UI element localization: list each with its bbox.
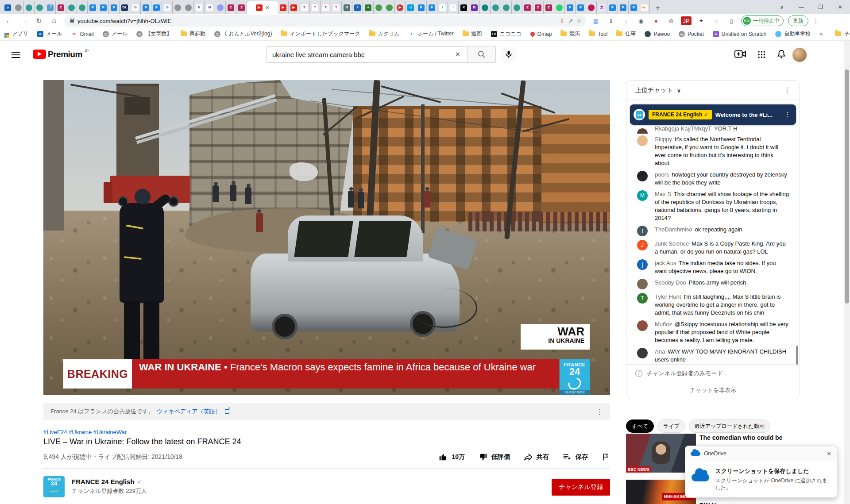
browser-tab[interactable]: 文 [597, 1, 607, 14]
video-hashtags[interactable]: #LiveF24 #Ukraine #UkraineWar [43, 429, 127, 435]
browser-tab[interactable] [215, 1, 226, 14]
browser-tab[interactable] [480, 1, 491, 14]
chat-message[interactable]: Scooby DooPitons army will perish [626, 277, 800, 291]
extension-icon[interactable]: ↓ [621, 16, 631, 25]
omnibox-action-icon[interactable]: ↗ [568, 18, 573, 24]
chat-author[interactable]: Max S [655, 191, 671, 197]
chat-message[interactable]: j jack AusThe indian media take no sides… [626, 258, 800, 277]
notifications-bell-icon[interactable] [777, 49, 786, 59]
browser-tab[interactable]: P [565, 1, 576, 14]
onedrive-notification[interactable]: OneDrive ✕ スクリーンショットを保存しました スクリーンショットが O… [685, 446, 837, 498]
browser-tab[interactable] [501, 1, 512, 14]
recommended-channel[interactable]: DW News ✓ [699, 501, 797, 504]
browser-tab[interactable]: ▶ [289, 1, 299, 14]
bookmark-item[interactable]: 競馬 [560, 30, 580, 38]
browser-tab[interactable]: t [448, 1, 459, 14]
browser-tab[interactable]: P [576, 1, 586, 14]
chat-author[interactable]: TheDarshmiso [655, 226, 692, 233]
back-button[interactable]: ← [4, 17, 14, 25]
other-bookmarks[interactable]: その他のブックマーク [835, 30, 850, 38]
chat-author[interactable]: Skippy [655, 136, 672, 142]
search-input[interactable] [272, 51, 453, 58]
extension-icon[interactable]: ◉ [636, 16, 646, 25]
info-bar-menu-icon[interactable]: ⋮ [596, 408, 603, 416]
bookmark-item[interactable]: 自動車学校 [775, 30, 811, 38]
browser-tab[interactable] [586, 1, 597, 14]
maximize-button[interactable]: ❐ [811, 4, 831, 10]
bookmark-item[interactable]: 再起動 [181, 30, 205, 38]
browser-tab[interactable] [35, 1, 45, 14]
bookmark-item[interactable]: インポートしたブックマーク [281, 30, 360, 38]
browser-tab[interactable]: P [416, 1, 427, 14]
report-button[interactable] [601, 452, 610, 462]
chat-message[interactable]: SkippyIt's called the Northwest Territor… [626, 134, 800, 169]
chat-author[interactable]: jack Aus [655, 260, 676, 266]
extension-icon[interactable]: ≡ [711, 16, 722, 25]
browser-tab[interactable]: T [321, 1, 331, 14]
bookmark-item[interactable]: Gmap [530, 31, 552, 37]
browser-tab[interactable] [13, 1, 24, 14]
chat-scrollbar-thumb[interactable] [796, 346, 798, 365]
browser-tab[interactable]: t [437, 1, 448, 14]
bookmark-item[interactable]: TV ニコニコ [491, 30, 522, 38]
chat-message[interactable]: Muñoz@Skippy Incestuous relationship wil… [626, 319, 800, 346]
browser-tab[interactable]: Z [56, 1, 66, 14]
extension-icon[interactable]: ⊘ [666, 16, 676, 25]
video-player[interactable]: WAR IN UKRAINE BREAKING WAR IN UKRAINE •… [43, 80, 610, 395]
browser-tab[interactable]: 「 [45, 1, 56, 14]
pinned-menu-icon[interactable]: ⋮ [782, 111, 792, 119]
bookmark-item[interactable]: S Untitled on Scratch [713, 31, 766, 37]
browser-tab[interactable] [554, 1, 565, 14]
browser-tab[interactable]: o [3, 1, 13, 14]
chat-message-list[interactable]: 24 FRANCE 24 English ✓ Welcome to the #L… [626, 100, 800, 364]
tab-search-icon[interactable]: ∨ [772, 4, 792, 10]
bookmark-item[interactable]: t ホーム / Twitter [409, 30, 454, 38]
bookmark-item[interactable]: ◎ Pocket [679, 31, 704, 37]
page-scrollbar[interactable] [844, 41, 850, 504]
search-button[interactable] [468, 46, 496, 63]
channel-avatar[interactable]: FRANCE 24 english [43, 476, 65, 497]
youtube-apps-grid-icon[interactable] [757, 50, 765, 58]
bookmark-item[interactable]: Pawoo [645, 31, 670, 37]
browser-tab[interactable]: d [406, 1, 416, 14]
tab-close-icon[interactable]: ✕ [265, 5, 269, 11]
update-chrome-button[interactable]: 更新 [788, 15, 808, 26]
account-avatar[interactable] [792, 48, 807, 62]
toast-close-icon[interactable]: ✕ [827, 450, 831, 457]
browser-tab[interactable]: P [427, 1, 437, 14]
chat-author[interactable]: Tyler Hunt [655, 293, 681, 300]
chat-message[interactable]: M Max SThis channel will show footage of… [626, 189, 800, 224]
chat-message[interactable]: J Junk ScienceMax S is a Copy Paste King… [626, 238, 800, 258]
extension-icon[interactable]: ▯ [726, 16, 737, 25]
home-button[interactable]: ⌂ [49, 17, 59, 25]
forward-button[interactable]: → [19, 17, 29, 25]
browser-tab[interactable]: P [109, 1, 120, 14]
browser-tab[interactable] [66, 1, 77, 14]
browser-tab[interactable] [183, 1, 194, 14]
youtube-premium-logo[interactable]: Premium JP [33, 50, 89, 59]
close-button[interactable]: ✕ [831, 4, 850, 10]
browser-tab[interactable]: au [639, 1, 650, 14]
browser-tab[interactable] [491, 1, 501, 14]
browser-tab[interactable]: P [141, 1, 151, 14]
browser-tab[interactable]: ▶ [278, 1, 289, 14]
bookmark-item[interactable]: M Gmail [71, 31, 93, 37]
new-tab-button[interactable]: + [652, 2, 664, 14]
chat-message[interactable]: T TheDarshmisook repeating again [626, 224, 800, 238]
bookmark-item[interactable]: Tool [589, 31, 607, 37]
filter-chip[interactable]: 最近アップロードされた動画 [689, 419, 770, 433]
url-text[interactable]: youtube.com/watch?v=jNhh-OLzWlE [77, 18, 556, 24]
omnibox-action-icon[interactable]: ⇩ [560, 18, 565, 24]
chat-author[interactable]: Ana [655, 348, 665, 355]
browser-tab[interactable]: X [459, 1, 469, 14]
browser-tab-active[interactable]: ▶ ✕ [247, 1, 278, 14]
search-box[interactable]: ✕ [267, 46, 468, 63]
browser-tab[interactable]: P [88, 1, 98, 14]
chat-mode-selector[interactable]: 上位チャット [635, 86, 673, 94]
browser-tab[interactable]: P [98, 1, 109, 14]
bookmark-item[interactable]: ◎ メール [103, 30, 128, 38]
bookmark-item[interactable]: o メール [37, 30, 62, 38]
browser-tab[interactable]: P [629, 1, 639, 14]
browser-tab[interactable]: Z [522, 1, 533, 14]
browser-tab[interactable]: T [310, 1, 321, 14]
